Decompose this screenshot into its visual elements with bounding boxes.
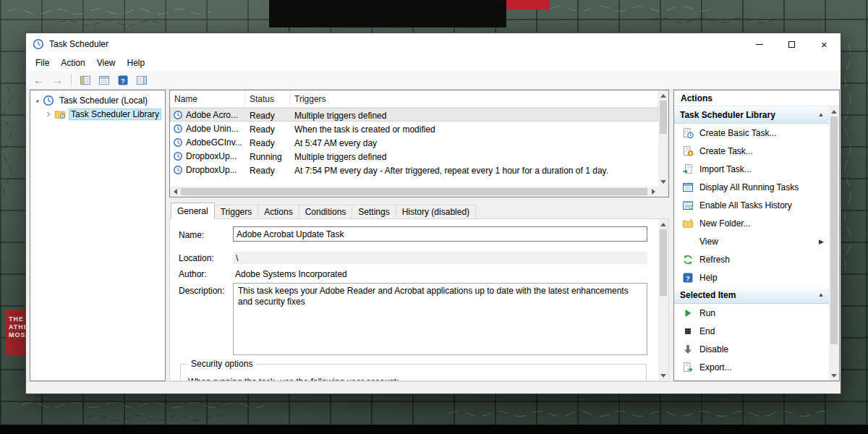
actions-group-header-task-scheduler-library[interactable]: Task Scheduler Library▲: [674, 106, 829, 124]
status-bar: [26, 381, 841, 393]
tab-settings[interactable]: Settings: [352, 205, 396, 219]
svg-text:?: ?: [686, 273, 690, 281]
action-pane-icon: [136, 75, 148, 86]
tab-history-disabled[interactable]: History (disabled): [396, 205, 476, 219]
action-item-view[interactable]: View▶: [674, 232, 829, 250]
middle-column: Name Status Triggers Adobe Acro...ReadyM…: [169, 90, 669, 381]
task-row-dropboxup[interactable]: DropboxUp...RunningMultiple triggers def…: [170, 149, 658, 163]
console-tree-toggle-button[interactable]: [77, 72, 93, 88]
action-item-enable-all-tasks-history[interactable]: Enable All Tasks History: [674, 196, 829, 214]
scroll-right-button[interactable]: [648, 187, 658, 197]
tab-triggers[interactable]: Triggers: [214, 205, 259, 219]
scroll-up-button[interactable]: [829, 106, 839, 116]
task-list-vertical-scrollbar[interactable]: [658, 90, 668, 187]
scroll-down-icon: [660, 180, 666, 184]
tree-item-label: Task Scheduler (Local): [57, 95, 150, 106]
task-name-cell: AdobeGCInv...: [170, 137, 245, 148]
task-icon: [173, 137, 183, 148]
scrollbar-thumb[interactable]: [660, 101, 667, 134]
back-button[interactable]: ←: [30, 72, 47, 88]
task-triggers-cell: Multiple triggers defined: [290, 150, 658, 162]
task-name-cell: Adobe Unin...: [170, 124, 245, 134]
scroll-up-button[interactable]: [658, 219, 668, 229]
actions-group-header-selected-item[interactable]: Selected Item▲: [674, 286, 829, 304]
scroll-left-button[interactable]: [170, 187, 180, 197]
task-list-horizontal-scrollbar[interactable]: [170, 187, 658, 197]
menu-view[interactable]: View: [91, 56, 122, 70]
titlebar[interactable]: Task Scheduler ×: [26, 33, 841, 55]
scroll-down-button[interactable]: [658, 176, 668, 187]
action-item-import-task[interactable]: Import Task...: [674, 160, 829, 178]
task-row-adobe-acro[interactable]: Adobe Acro...ReadyMultiple triggers defi…: [170, 108, 658, 122]
task-list-pane: Name Status Triggers Adobe Acro...ReadyM…: [169, 90, 669, 197]
description-textarea[interactable]: This task keeps your Adobe Reader and Ac…: [233, 283, 647, 355]
help-button[interactable]: ?: [114, 72, 131, 88]
task-triggers-cell: When the task is created or modified: [290, 122, 658, 135]
chevron-up-icon[interactable]: ▲: [818, 292, 824, 298]
column-header-status[interactable]: Status: [245, 90, 290, 107]
task-row-adobegcinv[interactable]: AdobeGCInv...ReadyAt 5:47 AM every day: [170, 135, 658, 149]
expanded-chevron-icon[interactable]: [33, 96, 41, 105]
minimize-button[interactable]: [743, 33, 775, 55]
action-item-end[interactable]: End: [674, 322, 829, 340]
maximize-button[interactable]: [775, 33, 808, 55]
action-item-display-all-running-tasks[interactable]: Display All Running Tasks: [674, 178, 829, 196]
forward-button[interactable]: →: [49, 72, 66, 88]
close-button[interactable]: ×: [808, 33, 841, 55]
scrollbar-thumb[interactable]: [181, 188, 647, 195]
console-tree-pane: Task Scheduler (Local) Task Scheduler Li…: [30, 90, 166, 381]
refresh-icon: [682, 254, 694, 265]
action-pane-toggle-button[interactable]: [133, 72, 150, 88]
tree-item-task-scheduler-local[interactable]: Task Scheduler (Local): [30, 93, 165, 107]
tab-conditions[interactable]: Conditions: [299, 205, 353, 219]
menu-help[interactable]: Help: [122, 56, 151, 70]
desktop: THE ATHE MOS Task Scheduler × File Actio…: [0, 0, 868, 434]
tree-item-label: Task Scheduler Library: [69, 109, 161, 120]
action-item-export[interactable]: Export...: [674, 358, 829, 376]
show-window-button[interactable]: [95, 72, 112, 88]
scroll-down-button[interactable]: [829, 370, 839, 380]
scrollbar-thumb[interactable]: [660, 229, 667, 296]
toolbar-separator: [71, 74, 72, 86]
action-item-help[interactable]: ?Help: [674, 268, 829, 286]
export-icon: [682, 362, 694, 373]
window-list-icon: [98, 75, 110, 86]
column-header-triggers[interactable]: Triggers: [290, 90, 658, 107]
task-row-dropboxup[interactable]: DropboxUp...ReadyAt 7:54 PM every day - …: [170, 163, 658, 176]
action-item-disable[interactable]: Disable: [674, 340, 829, 358]
window-content: Task Scheduler (Local) Task Scheduler Li…: [26, 90, 841, 381]
help-icon: ?: [682, 272, 694, 284]
scroll-down-button[interactable]: [658, 370, 668, 380]
task-name-input[interactable]: [233, 226, 647, 242]
action-item-create-basic-task[interactable]: Create Basic Task...: [674, 124, 829, 142]
console-tree-icon: [80, 75, 91, 86]
tab-actions[interactable]: Actions: [258, 205, 299, 219]
actions-pane-title: Actions: [674, 90, 839, 106]
action-item-create-task[interactable]: Create Task...: [674, 142, 829, 160]
scroll-down-icon: [831, 374, 837, 378]
action-item-refresh[interactable]: Refresh: [674, 250, 829, 268]
security-options-groupbox: Security options When running the task, …: [180, 364, 647, 381]
tree-item-task-scheduler-library[interactable]: Task Scheduler Library: [30, 107, 165, 121]
action-item-run[interactable]: Run: [674, 304, 829, 322]
chevron-up-icon[interactable]: ▲: [818, 111, 824, 118]
actions-pane: Actions Task Scheduler Library▲Create Ba…: [673, 90, 840, 381]
scrollbar-corner: [658, 187, 668, 197]
column-header-name[interactable]: Name: [170, 90, 245, 107]
back-icon: ←: [33, 74, 44, 86]
collapsed-chevron-icon[interactable]: [44, 110, 53, 119]
run-icon: [682, 307, 694, 319]
details-vertical-scrollbar[interactable]: [658, 219, 668, 380]
menu-file[interactable]: File: [30, 56, 55, 70]
actions-vertical-scrollbar[interactable]: [829, 106, 839, 380]
scroll-up-button[interactable]: [658, 90, 668, 101]
create-basic-task-icon: [682, 127, 694, 139]
scrollbar-thumb[interactable]: [830, 116, 838, 344]
action-item-new-folder[interactable]: New Folder...: [674, 214, 829, 232]
task-row-adobe-unin[interactable]: Adobe Unin...ReadyWhen the task is creat…: [170, 122, 658, 135]
menu-action[interactable]: Action: [55, 56, 90, 70]
task-icon: [173, 151, 183, 161]
task-scheduler-app-icon: [33, 38, 44, 50]
tab-general[interactable]: General: [171, 203, 215, 219]
window-title: Task Scheduler: [49, 39, 109, 49]
